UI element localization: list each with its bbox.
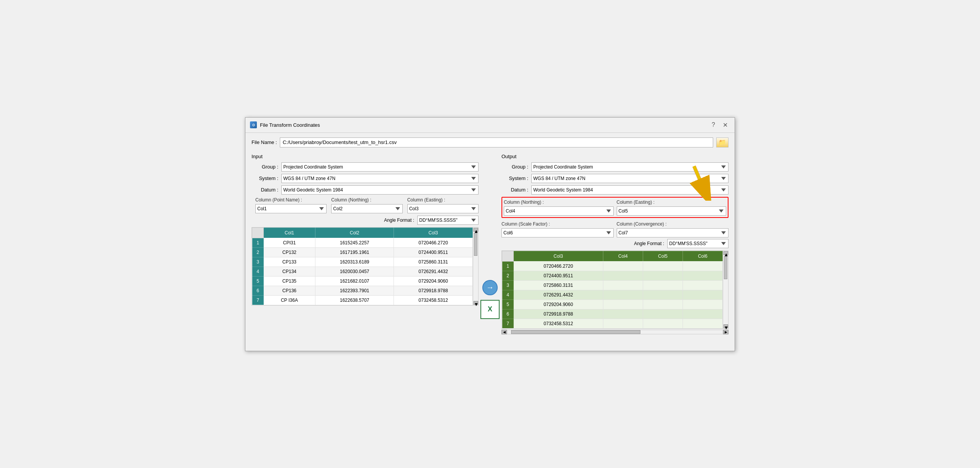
output-cell-col6: [683, 271, 722, 280]
output-row-num: 4: [502, 290, 514, 299]
output-cell-col6: [683, 261, 722, 271]
transform-button[interactable]: →: [482, 280, 498, 295]
output-col-convergence-select[interactable]: Col7: [617, 228, 729, 237]
input-col-northing-select[interactable]: Col2: [331, 204, 402, 213]
output-cell-col5: [643, 309, 683, 319]
output-cell-col5: [643, 299, 683, 309]
input-row-num: 7: [252, 295, 264, 305]
export-excel-button[interactable]: X: [480, 300, 500, 319]
input-system-select[interactable]: WGS 84 / UTM zone 47N: [281, 174, 479, 183]
output-row-num: 2: [502, 271, 514, 280]
input-row-num: 3: [252, 257, 264, 267]
output-table-container: Col3 Col4 Col5 Col6 1 0720466.2720 2 072…: [501, 250, 728, 329]
output-scroll-left[interactable]: ◀: [501, 330, 507, 334]
output-cell-col4: [603, 280, 643, 290]
input-table-inner: Col1 Col2 Col3 1 CPI31 1615245.2257 0720…: [252, 227, 473, 305]
input-table-row: 2 CP132 1617195.1961 0724400.9511: [252, 247, 473, 257]
input-col-point-select[interactable]: Col1: [255, 204, 327, 213]
output-cell-col3: 0729918.9788: [514, 309, 603, 319]
file-name-input[interactable]: [280, 137, 713, 147]
output-group-select[interactable]: Projected Coordinate System: [531, 162, 728, 172]
output-scroll-handle[interactable]: [511, 330, 640, 334]
output-cell-col5: [643, 290, 683, 299]
input-cell-col2: 1621682.0107: [315, 276, 394, 286]
output-cell-col4: [603, 271, 643, 280]
output-scroll-track: [507, 330, 723, 334]
input-cell-col2: 1620313.6189: [315, 257, 394, 267]
input-cell-col2: 1615245.2257: [315, 238, 394, 247]
output-cell-col3: 0725860.3131: [514, 280, 603, 290]
output-col-northing-label: Column (Northing) :: [504, 200, 544, 205]
output-col-scale-label: Column (Scale Factor) :: [501, 221, 550, 227]
output-cell-col5: [643, 261, 683, 271]
output-cell-col3: 0726291.4432: [514, 290, 603, 299]
input-col-easting-select[interactable]: Col3: [407, 204, 479, 213]
output-col6-header: Col6: [683, 251, 722, 261]
input-cell-col3: 0729204.9060: [394, 276, 473, 286]
output-row-num: 6: [502, 309, 514, 319]
output-cell-col3: 0732458.5312: [514, 319, 603, 328]
input-scroll-thumb[interactable]: [474, 233, 477, 256]
input-cell-col3: 0729918.9788: [394, 286, 473, 295]
output-table-row: 2 0724400.9511: [502, 271, 723, 280]
output-col3-header: Col3: [514, 251, 603, 261]
output-table-row: 3 0725860.3131: [502, 280, 723, 290]
input-angle-select[interactable]: DD°MM'SS.SSSS": [417, 216, 479, 225]
output-system-select[interactable]: WGS 84 / UTM zone 47N: [531, 174, 728, 183]
output-cell-col4: [603, 309, 643, 319]
input-table-row: 5 CP135 1621682.0107 0729204.9060: [252, 276, 473, 286]
input-col-northing-label: Column (Northing) :: [331, 197, 371, 203]
output-cell-col6: [683, 280, 722, 290]
output-row-header: [502, 251, 514, 261]
output-cell-col5: [643, 319, 683, 328]
input-angle-row: Angle Format : DD°MM'SS.SSSS": [252, 216, 479, 225]
input-cell-col3: 0720466.2720: [394, 238, 473, 247]
output-title: Output: [501, 154, 728, 159]
browse-button[interactable]: 📁: [716, 137, 728, 147]
input-table-row: 3 CP133 1620313.6189 0725860.3131: [252, 257, 473, 267]
output-cell-col6: [683, 299, 722, 309]
output-datum-label: Datum :: [501, 187, 528, 193]
input-row-num: 5: [252, 276, 264, 286]
titlebar: ⚙ File Transform Coordinates ? ✕: [245, 118, 735, 133]
input-angle-label: Angle Format :: [384, 218, 414, 223]
input-cell-col1: CP135: [264, 276, 315, 286]
input-scrollbar-v[interactable]: ▲ ▼: [473, 227, 478, 305]
input-cell-col3: 0732458.5312: [394, 295, 473, 305]
output-table-row: 1 0720466.2720: [502, 261, 723, 271]
titlebar-left: ⚙ File Transform Coordinates: [250, 121, 320, 128]
output-scroll-thumb[interactable]: [724, 256, 727, 279]
window-title: File Transform Coordinates: [260, 122, 320, 128]
output-scrollbar-v[interactable]: ▲ ▼: [723, 251, 728, 329]
output-cell-col3: 0720466.2720: [514, 261, 603, 271]
output-scroll-right[interactable]: ▶: [723, 330, 728, 334]
output-cell-col3: 0729204.9060: [514, 299, 603, 309]
output-angle-select[interactable]: DD°MM'SS.SSSS": [667, 239, 728, 248]
output-cell-col5: [643, 280, 683, 290]
output-table-row: 7 0732458.5312: [502, 319, 723, 328]
input-col3-header: Col3: [394, 227, 473, 238]
output-col-easting-select[interactable]: Col5: [617, 206, 727, 216]
input-datum-select[interactable]: World Geodetic System 1984: [281, 185, 479, 195]
output-datum-select[interactable]: World Geodetic System 1984: [531, 185, 728, 195]
output-col-northing-select[interactable]: Col4: [504, 206, 614, 216]
input-table-row: 4 CP134 1620030.0457 0726291.4432: [252, 267, 473, 276]
input-table: Col1 Col2 Col3 1 CPI31 1615245.2257 0720…: [252, 227, 473, 305]
output-angle-row: Angle Format : DD°MM'SS.SSSS": [501, 239, 728, 248]
output-system-label: System :: [501, 175, 528, 181]
input-cell-col2: 1620030.0457: [315, 267, 394, 276]
input-group-label: Group :: [252, 164, 278, 170]
input-row-num: 4: [252, 267, 264, 276]
output-row-num: 7: [502, 319, 514, 328]
output-table-inner: Col3 Col4 Col5 Col6 1 0720466.2720 2 072…: [502, 251, 723, 329]
input-cell-col3: 0725860.3131: [394, 257, 473, 267]
help-button[interactable]: ?: [709, 121, 717, 129]
input-group-select[interactable]: Projected Coordinate System: [281, 162, 479, 172]
arrow-right-icon: →: [486, 283, 494, 292]
close-button[interactable]: ✕: [720, 121, 730, 129]
output-table: Col3 Col4 Col5 Col6 1 0720466.2720 2 072…: [502, 251, 723, 329]
output-col-scale-select[interactable]: Col6: [501, 228, 614, 237]
input-col-point-label: Column (Point Name) :: [255, 197, 302, 203]
input-col1-header: Col1: [264, 227, 315, 238]
file-name-label: File Name :: [252, 139, 277, 145]
